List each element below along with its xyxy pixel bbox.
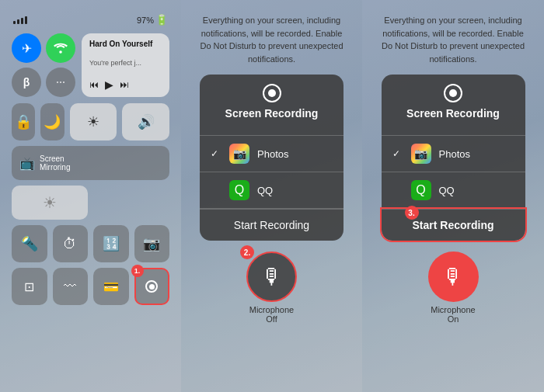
- start-recording-button[interactable]: Start Recording: [200, 209, 343, 241]
- wifi-button[interactable]: [46, 33, 75, 63]
- wallet-button[interactable]: 💳: [93, 268, 129, 305]
- panel3-record-dot: [449, 89, 457, 97]
- top-area: ✈ β ⋯ Hard On Yourself You're perfect j.…: [12, 33, 169, 97]
- timer-button[interactable]: ⏱: [53, 225, 89, 262]
- panel3-photos-check: ✓: [392, 148, 403, 159]
- prev-button[interactable]: ⏮: [89, 79, 99, 90]
- music-controls: ⏮ ▶ ⏭: [89, 78, 162, 91]
- panel3-qq-icon: Q: [411, 180, 431, 200]
- airdrop-button[interactable]: ⋯: [46, 68, 75, 97]
- controls-row: 🔒 🌙 ☀ 🔊: [12, 103, 169, 140]
- panel2-info-text: Everything on your screen, including not…: [181, 0, 362, 75]
- do-not-disturb-button[interactable]: 🌙: [40, 103, 64, 140]
- battery-area: 97% 🔋: [137, 14, 168, 26]
- music-widget[interactable]: Hard On Yourself You're perfect j... ⏮ ▶…: [82, 33, 169, 97]
- sr-option-qq[interactable]: Q QQ: [200, 172, 343, 208]
- bottom-grid: 🔦 ⏱ 🔢 📷: [12, 225, 169, 262]
- bluetooth-button[interactable]: β: [12, 68, 41, 97]
- panel3-screen-recording-menu: Screen Recording ✓ 📷 Photos Q QQ 3. Star…: [382, 75, 525, 241]
- music-subtitle: You're perfect j...: [89, 59, 162, 67]
- battery-percent: 97%: [137, 16, 154, 25]
- microphone-button[interactable]: 🎙: [246, 252, 297, 302]
- step2-badge: 2.: [240, 245, 254, 259]
- panel3-microphone-button[interactable]: 🎙: [428, 252, 479, 302]
- screen-mirroring-button[interactable]: 📺 ScreenMirroring: [12, 146, 169, 180]
- sr-record-dot: [268, 89, 276, 97]
- sr-title: Screen Recording: [225, 107, 319, 120]
- microphone-label: MicrophoneOff: [249, 305, 294, 324]
- panel3-sr-title: Screen Recording: [406, 107, 500, 120]
- status-bar: 97% 🔋: [12, 14, 169, 26]
- next-button[interactable]: ⏭: [120, 79, 129, 90]
- panel3-record-icon: [444, 84, 462, 102]
- panel3-microphone-label: MicrophoneOn: [431, 305, 475, 324]
- panel3-screen-recording-active: Everything on your screen, including not…: [362, 0, 544, 392]
- connectivity-grid: ✈ β ⋯: [12, 33, 75, 97]
- step3-badge: 3.: [405, 206, 419, 220]
- panel2-screen-recording: Everything on your screen, including not…: [181, 0, 362, 392]
- qr-scanner-button[interactable]: ⊡: [12, 268, 47, 305]
- signal-indicator: [13, 16, 27, 24]
- photos-icon: 📷: [229, 144, 249, 164]
- panel3-photos-label: Photos: [439, 148, 470, 160]
- qq-label: QQ: [257, 185, 273, 196]
- sr-record-icon: [263, 84, 281, 102]
- panel3-start-btn-wrap: 3. Start Recording: [382, 209, 525, 241]
- panel3-microphone-wrap: 🎙 MicrophoneOn: [428, 252, 479, 324]
- music-title: Hard On Yourself: [89, 40, 162, 48]
- sr-option-photos[interactable]: ✓ 📷 Photos: [200, 136, 343, 172]
- sr-header: Screen Recording: [200, 84, 343, 135]
- brightness-icon: ☀: [43, 193, 57, 212]
- panel3-photos-icon: 📷: [411, 144, 431, 164]
- qq-icon: Q: [229, 180, 249, 200]
- brightness-large-button[interactable]: ☀: [12, 186, 88, 220]
- flashlight-button[interactable]: 🔦: [12, 225, 47, 262]
- mirror-icon: 📺: [19, 156, 35, 171]
- panel3-option-photos[interactable]: ✓ 📷 Photos: [382, 136, 525, 172]
- record-icon: [145, 280, 158, 293]
- record-dot: [149, 284, 155, 290]
- mirror-label: ScreenMirroring: [40, 154, 70, 172]
- airplane-button[interactable]: ✈: [12, 33, 41, 63]
- mirror-row: 📺 ScreenMirroring ☀: [12, 146, 169, 220]
- battery-icon: 🔋: [155, 14, 168, 26]
- microphone-wrap: 2. 🎙 MicrophoneOff: [246, 252, 297, 324]
- calculator-button[interactable]: 🔢: [93, 225, 129, 262]
- panel3-content: Everything on your screen, including not…: [362, 0, 544, 324]
- play-button[interactable]: ▶: [105, 78, 113, 91]
- photos-check: ✓: [211, 148, 221, 159]
- screen-recording-menu: Screen Recording ✓ 📷 Photos Q QQ Start R…: [200, 75, 343, 241]
- photos-label: Photos: [257, 148, 288, 160]
- screen-record-button[interactable]: 1.: [134, 268, 170, 305]
- rotation-lock-button[interactable]: 🔒: [12, 103, 35, 140]
- panel3-info-text: Everything on your screen, including not…: [362, 0, 544, 75]
- camera-button[interactable]: 📷: [134, 225, 170, 262]
- panel3-option-qq[interactable]: Q QQ: [382, 172, 525, 208]
- volume-slider[interactable]: 🔊: [122, 103, 169, 140]
- panel2-content: Everything on your screen, including not…: [181, 0, 362, 324]
- control-center: 97% 🔋 ✈ β ⋯ Hard On Yourself You're perf: [12, 14, 169, 305]
- panel3-sr-header: Screen Recording: [382, 84, 525, 135]
- panel1-control-center: 97% 🔋 ✈ β ⋯ Hard On Yourself You're perf: [0, 0, 181, 392]
- panel3-start-recording-button[interactable]: Start Recording: [382, 209, 525, 241]
- panel3-qq-label: QQ: [439, 185, 455, 196]
- step1-badge: 1.: [131, 265, 144, 277]
- last-row: ⊡ 〰 💳 1.: [12, 268, 169, 305]
- brightness-slider[interactable]: ☀: [70, 103, 117, 140]
- audio-button[interactable]: 〰: [53, 268, 89, 305]
